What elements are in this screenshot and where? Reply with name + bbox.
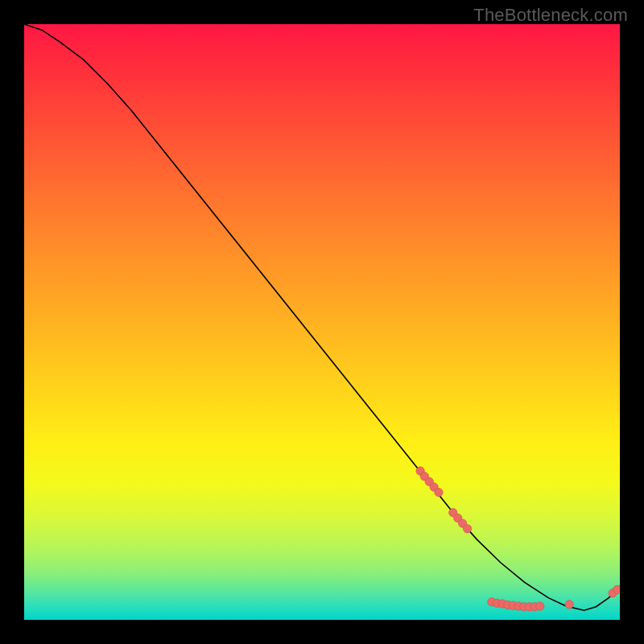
watermark-text: TheBottleneck.com <box>473 5 628 26</box>
data-point <box>435 488 443 496</box>
chart-frame: TheBottleneck.com <box>0 0 644 644</box>
data-point <box>536 602 544 610</box>
scatter-group <box>416 467 620 611</box>
data-point <box>463 525 471 533</box>
data-point <box>613 585 620 593</box>
data-point <box>565 601 573 609</box>
chart-svg-overlay <box>24 24 620 620</box>
bottleneck-curve <box>24 24 620 610</box>
